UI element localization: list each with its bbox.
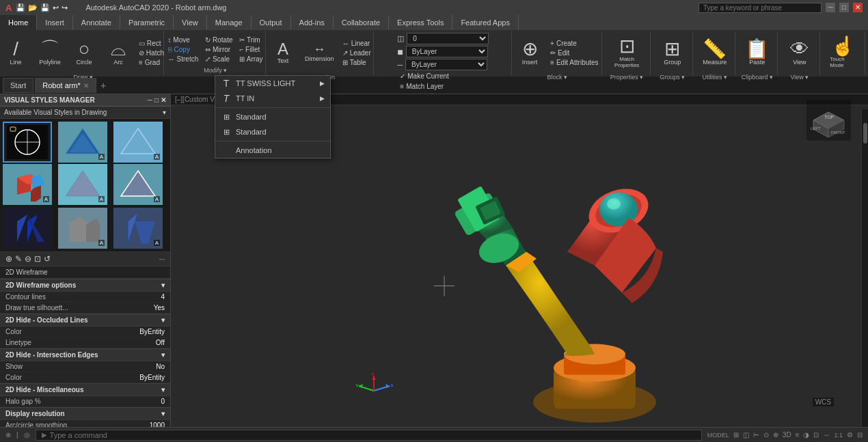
tab-add-btn[interactable]: + bbox=[98, 80, 109, 91]
status-icon-1[interactable]: ⊕ bbox=[5, 431, 11, 439]
dropdown-item-standard-2[interactable]: ⊞ Standard bbox=[215, 124, 330, 139]
paste-btn[interactable]: 📋 Paste bbox=[741, 33, 774, 72]
vertical-scrollbar[interactable] bbox=[861, 109, 868, 427]
intersection-header[interactable]: 2D Hide - Intersection Edges ▾ bbox=[0, 348, 170, 361]
command-input-area[interactable]: ▶ bbox=[36, 430, 702, 441]
dropdown-item-tt-swiss[interactable]: T TT SWISS LIGHT ▶ bbox=[215, 76, 330, 91]
new-btn[interactable]: 💾 bbox=[16, 3, 25, 12]
style-icon-5[interactable]: ↺ bbox=[44, 254, 51, 264]
status-selection-icon[interactable]: ⊡ bbox=[813, 431, 819, 439]
thumbnail-7[interactable] bbox=[3, 208, 52, 249]
undo-btn[interactable]: ↩ bbox=[53, 3, 59, 12]
text-btn[interactable]: A Text bbox=[267, 33, 299, 72]
status-grid-icon[interactable]: ⊞ bbox=[733, 431, 739, 439]
insert-btn[interactable]: ⊕ Insert bbox=[513, 33, 546, 72]
style-icon-1[interactable]: ⊕ bbox=[5, 254, 12, 264]
circle-btn[interactable]: ○ Circle bbox=[68, 33, 100, 72]
thumbnail-shaded[interactable]: A bbox=[58, 164, 107, 205]
thumbnail-realistic[interactable]: A bbox=[3, 164, 52, 205]
close-btn[interactable]: ✕ bbox=[853, 3, 863, 12]
thumbnail-9[interactable]: A bbox=[113, 208, 163, 249]
linetype-dropdown[interactable]: ByLayer bbox=[405, 59, 487, 70]
make-current-btn[interactable]: ✓ Make Current bbox=[397, 72, 452, 81]
match-layer-btn[interactable]: ≡ Match Layer bbox=[397, 82, 446, 91]
scale-btn[interactable]: ⤢ Scale bbox=[202, 55, 235, 64]
tab-robot-arm[interactable]: Robot arm* ✕ bbox=[35, 78, 96, 93]
tab-view[interactable]: View bbox=[174, 15, 207, 30]
arc-btn[interactable]: ⌓ Arc bbox=[102, 33, 135, 72]
thumbnail-hidden[interactable]: A bbox=[113, 122, 163, 163]
array-btn[interactable]: ⊞ Array bbox=[236, 55, 265, 64]
create-btn[interactable]: + Create bbox=[547, 39, 601, 48]
rectangle-btn[interactable]: ▭ Rect bbox=[136, 39, 167, 48]
dimension-btn[interactable]: ↔ Dimension bbox=[301, 33, 338, 72]
panel-minimize-icon[interactable]: ─ bbox=[148, 96, 152, 104]
tab-start[interactable]: Start bbox=[3, 78, 33, 93]
view-btn[interactable]: 👁 View bbox=[783, 33, 816, 72]
layer-dropdown[interactable]: 0 bbox=[407, 33, 489, 44]
panel-close-icon[interactable]: ✕ bbox=[161, 96, 166, 104]
open-btn[interactable]: 📂 bbox=[28, 3, 38, 12]
save-btn[interactable]: 💾 bbox=[40, 3, 50, 12]
thumbnail-shaded-edges[interactable]: A bbox=[113, 164, 163, 205]
tab-addins[interactable]: Add-ins bbox=[291, 15, 334, 30]
status-layout-icon[interactable]: ⊟ bbox=[857, 431, 863, 439]
group-btn[interactable]: ⊞ Group bbox=[656, 33, 689, 72]
line-btn[interactable]: / Line bbox=[0, 33, 32, 72]
linear-btn[interactable]: ↔ Linear bbox=[340, 39, 374, 48]
dropdown-item-annotation[interactable]: Annotation bbox=[215, 143, 330, 158]
viewport-cube[interactable]: TOP LEFT FRONT bbox=[806, 100, 847, 137]
tab-express[interactable]: Express Tools bbox=[389, 15, 452, 30]
maximize-btn[interactable]: □ bbox=[839, 3, 849, 12]
status-3d-icon[interactable]: 3D bbox=[783, 431, 791, 439]
status-workspace-icon[interactable]: ⚙ bbox=[847, 431, 853, 439]
thumbnail-2d-wireframe[interactable] bbox=[3, 122, 52, 163]
modify-expand-icon[interactable]: ▾ bbox=[223, 67, 227, 74]
status-model-icon[interactable]: MODEL bbox=[707, 432, 729, 439]
trim-btn[interactable]: ✂ Trim bbox=[236, 36, 265, 44]
status-gizmo-icon[interactable]: ↔ bbox=[823, 431, 830, 439]
tab-close-icon[interactable]: ✕ bbox=[83, 82, 89, 89]
status-annotation-icon[interactable]: 1:1 bbox=[834, 432, 843, 439]
dropdown-item-standard-1[interactable]: ⊞ Standard bbox=[215, 109, 330, 124]
tab-parametric[interactable]: Parametric bbox=[120, 15, 174, 30]
status-polar-icon[interactable]: ⊙ bbox=[763, 431, 769, 439]
wireframe-options-header[interactable]: 2D Wireframe options ▾ bbox=[0, 279, 170, 292]
tab-collaborate[interactable]: Collaborate bbox=[334, 15, 389, 30]
dropdown-item-tt-in[interactable]: T TT IN ▶ bbox=[215, 91, 330, 106]
status-snap-icon[interactable]: ◫ bbox=[743, 431, 749, 439]
status-icon-2[interactable]: ◎ bbox=[24, 431, 30, 439]
status-lineweight-icon[interactable]: ≡ bbox=[796, 431, 800, 439]
status-osnap-icon[interactable]: ⊕ bbox=[773, 431, 778, 439]
panel-restore-icon[interactable]: □ bbox=[154, 96, 159, 104]
touch-btn[interactable]: ☝ Touch Mode bbox=[826, 33, 860, 72]
tab-annotate[interactable]: Annotate bbox=[73, 15, 120, 30]
match-props-btn[interactable]: ⊡ Match Properties bbox=[608, 33, 646, 72]
rotate-btn[interactable]: ↻ Rotate bbox=[202, 36, 235, 44]
thumbnail-conceptual[interactable]: A bbox=[58, 122, 107, 163]
display-resolution-header[interactable]: Display resolution ▾ bbox=[0, 407, 170, 420]
tab-featured[interactable]: Featured Apps bbox=[452, 15, 519, 30]
tab-home[interactable]: Home bbox=[0, 15, 37, 30]
copy-btn[interactable]: ⎘ Copy bbox=[165, 45, 202, 54]
style-icon-4[interactable]: ⊡ bbox=[34, 254, 41, 264]
stretch-btn[interactable]: ↔ Stretch bbox=[165, 55, 202, 64]
table-btn[interactable]: ⊞ Table bbox=[340, 58, 374, 67]
occluded-header[interactable]: 2D Hide - Occluded Lines ▾ bbox=[0, 314, 170, 327]
tab-manage[interactable]: Manage bbox=[207, 15, 252, 30]
gradient-btn[interactable]: ≡ Grad bbox=[136, 58, 167, 67]
tab-insert[interactable]: Insert bbox=[37, 15, 73, 30]
redo-btn[interactable]: ↪ bbox=[62, 3, 68, 12]
scrollbar-thumb[interactable] bbox=[863, 123, 867, 143]
edit-attributes-btn[interactable]: ≡ Edit Attributes bbox=[547, 58, 601, 67]
color-dropdown[interactable]: ByLayer bbox=[406, 46, 488, 57]
section-available-styles[interactable]: Available Visual Styles in Drawing ▾ bbox=[0, 107, 170, 119]
style-icon-2[interactable]: ✎ bbox=[15, 254, 22, 264]
misc-header[interactable]: 2D Hide - Miscellaneous ▾ bbox=[0, 383, 170, 396]
thumbnail-8[interactable]: A bbox=[58, 208, 107, 249]
leader-btn[interactable]: ↗ Leader bbox=[340, 49, 374, 57]
edit-btn[interactable]: ✏ Edit bbox=[547, 49, 601, 57]
status-ortho-icon[interactable]: ⊢ bbox=[753, 431, 759, 439]
minimize-btn[interactable]: ─ bbox=[826, 3, 835, 12]
command-input[interactable] bbox=[50, 431, 696, 439]
